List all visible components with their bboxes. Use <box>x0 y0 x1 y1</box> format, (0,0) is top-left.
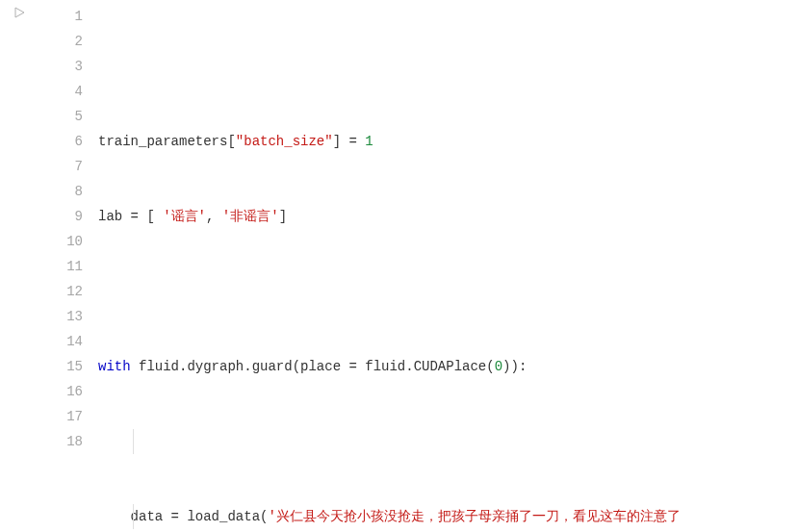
code-line <box>98 279 798 304</box>
line-number: 15 <box>66 359 83 374</box>
line-number: 11 <box>66 259 83 274</box>
line-number: 4 <box>75 84 83 99</box>
line-number: 8 <box>75 184 83 199</box>
svg-marker-0 <box>15 8 24 17</box>
line-number: 13 <box>66 309 83 324</box>
run-icon[interactable] <box>13 6 25 21</box>
line-number: 10 <box>66 234 83 249</box>
line-number: 12 <box>66 284 83 299</box>
line-number: 16 <box>66 384 83 399</box>
code-cell: 1 2 3 4 5 6 7 8 9 10 11 12 13 14 15 16 1… <box>0 0 798 532</box>
code-line <box>98 54 798 79</box>
line-number: 17 <box>66 409 83 424</box>
run-column <box>0 0 39 532</box>
line-number: 6 <box>75 134 83 149</box>
code-line: data = load_data('兴仁县今天抢小孩没抢走，把孩子母亲捅了一刀，… <box>98 504 798 529</box>
line-number: 5 <box>75 109 83 124</box>
code-line: lab = [ '谣言', '非谣言'] <box>98 204 798 229</box>
code-line: train_parameters["batch_size"] = 1 <box>98 129 798 154</box>
line-number: 2 <box>75 34 83 49</box>
line-number: 1 <box>75 9 83 24</box>
line-number: 7 <box>75 159 83 174</box>
line-number-gutter: 1 2 3 4 5 6 7 8 9 10 11 12 13 14 15 16 1… <box>39 0 90 532</box>
code-line: with fluid.dygraph.guard(place = fluid.C… <box>98 354 798 379</box>
code-editor[interactable]: train_parameters["batch_size"] = 1 lab =… <box>90 0 798 532</box>
code-line <box>98 429 798 454</box>
line-number: 14 <box>66 334 83 349</box>
line-number: 18 <box>66 434 83 449</box>
line-number: 3 <box>75 59 83 74</box>
line-number: 9 <box>75 209 83 224</box>
